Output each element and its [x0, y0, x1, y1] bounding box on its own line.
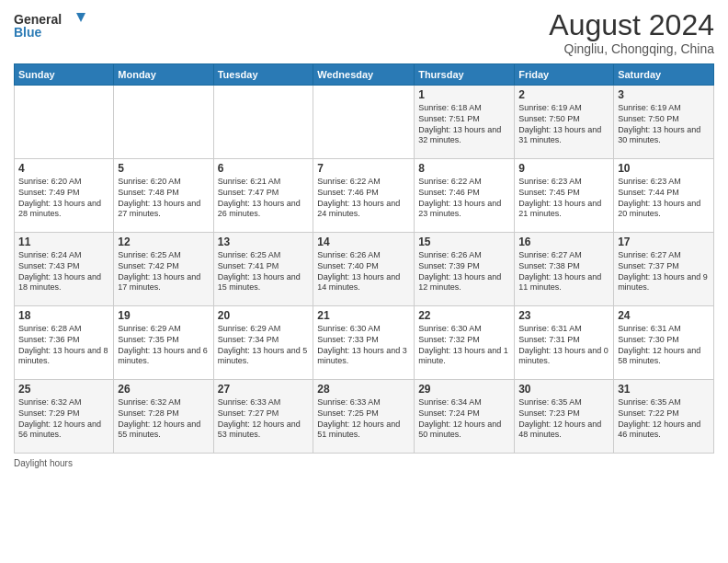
day-info: Sunrise: 6:28 AM Sunset: 7:36 PM Dayligh…	[18, 324, 109, 367]
calendar-cell: 9Sunrise: 6:23 AM Sunset: 7:45 PM Daylig…	[515, 159, 614, 233]
day-info: Sunrise: 6:32 AM Sunset: 7:28 PM Dayligh…	[118, 397, 209, 441]
main-title: August 2024	[549, 9, 714, 41]
day-number: 25	[18, 383, 109, 396]
calendar-cell: 19Sunrise: 6:29 AM Sunset: 7:35 PM Dayli…	[114, 306, 213, 380]
page: General Blue August 2024 Qingliu, Chongq…	[0, 0, 728, 563]
calendar-cell: 6Sunrise: 6:21 AM Sunset: 7:47 PM Daylig…	[213, 159, 313, 233]
day-info: Sunrise: 6:20 AM Sunset: 7:49 PM Dayligh…	[18, 177, 109, 220]
day-number: 23	[518, 309, 609, 322]
calendar-cell: 18Sunrise: 6:28 AM Sunset: 7:36 PM Dayli…	[15, 306, 114, 380]
day-info: Sunrise: 6:21 AM Sunset: 7:47 PM Dayligh…	[218, 177, 310, 220]
calendar-cell: 28Sunrise: 6:33 AM Sunset: 7:25 PM Dayli…	[313, 380, 415, 454]
day-number: 30	[518, 383, 609, 396]
day-number: 3	[618, 88, 710, 101]
day-number: 29	[418, 383, 510, 396]
calendar-cell	[313, 86, 415, 159]
day-info: Sunrise: 6:22 AM Sunset: 7:46 PM Dayligh…	[418, 177, 510, 220]
day-number: 28	[317, 383, 410, 396]
calendar-cell: 29Sunrise: 6:34 AM Sunset: 7:24 PM Dayli…	[415, 380, 515, 454]
day-number: 6	[218, 162, 310, 175]
day-info: Sunrise: 6:31 AM Sunset: 7:31 PM Dayligh…	[518, 324, 609, 367]
day-info: Sunrise: 6:31 AM Sunset: 7:30 PM Dayligh…	[618, 324, 710, 367]
day-number: 13	[218, 236, 310, 248]
calendar-cell: 11Sunrise: 6:24 AM Sunset: 7:43 PM Dayli…	[15, 233, 114, 306]
day-info: Sunrise: 6:26 AM Sunset: 7:39 PM Dayligh…	[418, 250, 510, 293]
calendar-cell: 1Sunrise: 6:18 AM Sunset: 7:51 PM Daylig…	[415, 86, 515, 159]
day-number: 21	[317, 309, 410, 322]
day-number: 17	[618, 236, 710, 248]
day-info: Sunrise: 6:33 AM Sunset: 7:25 PM Dayligh…	[317, 397, 410, 441]
day-number: 19	[118, 309, 209, 322]
day-number: 31	[618, 383, 710, 396]
day-number: 14	[317, 236, 410, 248]
calendar-cell: 16Sunrise: 6:27 AM Sunset: 7:38 PM Dayli…	[515, 233, 614, 306]
calendar-cell: 3Sunrise: 6:19 AM Sunset: 7:50 PM Daylig…	[614, 86, 714, 159]
day-info: Sunrise: 6:20 AM Sunset: 7:48 PM Dayligh…	[118, 177, 209, 220]
calendar-cell	[114, 86, 213, 159]
calendar-table: SundayMondayTuesdayWednesdayThursdayFrid…	[14, 63, 714, 454]
calendar-cell: 4Sunrise: 6:20 AM Sunset: 7:49 PM Daylig…	[15, 159, 114, 233]
day-info: Sunrise: 6:30 AM Sunset: 7:32 PM Dayligh…	[418, 324, 510, 367]
calendar-cell: 15Sunrise: 6:26 AM Sunset: 7:39 PM Dayli…	[415, 233, 515, 306]
day-info: Sunrise: 6:18 AM Sunset: 7:51 PM Dayligh…	[418, 103, 510, 146]
day-info: Sunrise: 6:26 AM Sunset: 7:40 PM Dayligh…	[317, 250, 410, 293]
day-info: Sunrise: 6:29 AM Sunset: 7:34 PM Dayligh…	[218, 324, 310, 367]
day-number: 5	[118, 162, 209, 175]
calendar-cell: 25Sunrise: 6:32 AM Sunset: 7:29 PM Dayli…	[15, 380, 114, 454]
day-info: Sunrise: 6:29 AM Sunset: 7:35 PM Dayligh…	[118, 324, 209, 367]
calendar-cell: 12Sunrise: 6:25 AM Sunset: 7:42 PM Dayli…	[114, 233, 213, 306]
weekday-header-monday: Monday	[114, 64, 213, 86]
day-number: 8	[418, 162, 510, 175]
svg-marker-2	[76, 13, 85, 22]
svg-text:Blue: Blue	[14, 25, 42, 40]
day-info: Sunrise: 6:19 AM Sunset: 7:50 PM Dayligh…	[618, 103, 710, 146]
day-number: 11	[18, 236, 109, 248]
calendar-cell: 23Sunrise: 6:31 AM Sunset: 7:31 PM Dayli…	[515, 306, 614, 380]
day-number: 7	[317, 162, 410, 175]
calendar-cell	[15, 86, 114, 159]
day-info: Sunrise: 6:35 AM Sunset: 7:23 PM Dayligh…	[518, 397, 609, 441]
day-number: 20	[218, 309, 310, 322]
calendar-cell: 5Sunrise: 6:20 AM Sunset: 7:48 PM Daylig…	[114, 159, 213, 233]
weekday-header-wednesday: Wednesday	[313, 64, 415, 86]
calendar-cell: 30Sunrise: 6:35 AM Sunset: 7:23 PM Dayli…	[515, 380, 614, 454]
day-number: 15	[418, 236, 510, 248]
weekday-header-thursday: Thursday	[415, 64, 515, 86]
calendar-cell: 17Sunrise: 6:27 AM Sunset: 7:37 PM Dayli…	[614, 233, 714, 306]
day-info: Sunrise: 6:23 AM Sunset: 7:45 PM Dayligh…	[518, 177, 609, 220]
calendar-cell: 10Sunrise: 6:23 AM Sunset: 7:44 PM Dayli…	[614, 159, 714, 233]
day-number: 16	[518, 236, 609, 248]
calendar-cell: 24Sunrise: 6:31 AM Sunset: 7:30 PM Dayli…	[614, 306, 714, 380]
day-info: Sunrise: 6:32 AM Sunset: 7:29 PM Dayligh…	[18, 397, 109, 441]
footer-label: Daylight hours	[14, 458, 73, 468]
day-info: Sunrise: 6:23 AM Sunset: 7:44 PM Dayligh…	[618, 177, 710, 220]
day-info: Sunrise: 6:35 AM Sunset: 7:22 PM Dayligh…	[618, 397, 710, 441]
calendar-cell: 8Sunrise: 6:22 AM Sunset: 7:46 PM Daylig…	[415, 159, 515, 233]
day-info: Sunrise: 6:24 AM Sunset: 7:43 PM Dayligh…	[18, 250, 109, 293]
weekday-header-sunday: Sunday	[15, 64, 114, 86]
logo: General Blue	[14, 9, 87, 42]
calendar-cell: 31Sunrise: 6:35 AM Sunset: 7:22 PM Dayli…	[614, 380, 714, 454]
day-info: Sunrise: 6:25 AM Sunset: 7:42 PM Dayligh…	[118, 250, 209, 293]
day-info: Sunrise: 6:30 AM Sunset: 7:33 PM Dayligh…	[317, 324, 410, 367]
calendar-cell	[213, 86, 313, 159]
calendar-cell: 27Sunrise: 6:33 AM Sunset: 7:27 PM Dayli…	[213, 380, 313, 454]
day-info: Sunrise: 6:27 AM Sunset: 7:38 PM Dayligh…	[518, 250, 609, 293]
day-number: 4	[18, 162, 109, 175]
calendar-cell: 20Sunrise: 6:29 AM Sunset: 7:34 PM Dayli…	[213, 306, 313, 380]
day-info: Sunrise: 6:22 AM Sunset: 7:46 PM Dayligh…	[317, 177, 410, 220]
calendar-cell: 21Sunrise: 6:30 AM Sunset: 7:33 PM Dayli…	[313, 306, 415, 380]
weekday-header-tuesday: Tuesday	[213, 64, 313, 86]
day-number: 10	[618, 162, 710, 175]
day-info: Sunrise: 6:27 AM Sunset: 7:37 PM Dayligh…	[618, 250, 710, 293]
day-number: 12	[118, 236, 209, 248]
header: General Blue August 2024 Qingliu, Chongq…	[14, 9, 714, 56]
day-info: Sunrise: 6:33 AM Sunset: 7:27 PM Dayligh…	[218, 397, 310, 441]
day-info: Sunrise: 6:34 AM Sunset: 7:24 PM Dayligh…	[418, 397, 510, 441]
day-number: 2	[518, 88, 609, 101]
day-number: 27	[218, 383, 310, 396]
weekday-header-saturday: Saturday	[614, 64, 714, 86]
day-number: 9	[518, 162, 609, 175]
calendar-cell: 26Sunrise: 6:32 AM Sunset: 7:28 PM Dayli…	[114, 380, 213, 454]
day-info: Sunrise: 6:19 AM Sunset: 7:50 PM Dayligh…	[518, 103, 609, 146]
